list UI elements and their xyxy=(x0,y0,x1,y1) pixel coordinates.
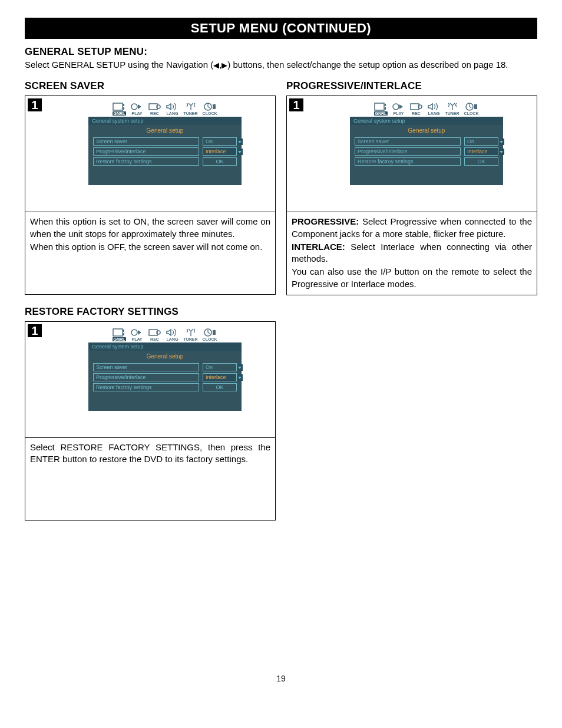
tab-play: PLAY xyxy=(391,102,405,116)
osd-label: Progressive/Interlace xyxy=(355,147,461,156)
osd-label: Screen saver xyxy=(355,137,461,146)
osd-value-dropdown: On xyxy=(203,137,237,146)
svg-rect-7 xyxy=(213,104,216,109)
page-number: 19 xyxy=(25,674,537,683)
svg-point-19 xyxy=(131,330,137,335)
tab-label: LANG xyxy=(166,337,179,341)
osd-value: OK xyxy=(203,157,237,166)
progressive-screenshot: 1 GNRL PLAY REC LANG TUNER CLOCK General… xyxy=(287,96,537,212)
osd-tabs: GNRL PLAY REC LANG TUNER CLOCK xyxy=(88,328,242,341)
svg-rect-12 xyxy=(411,104,419,110)
tab-clock: CLOCK xyxy=(202,328,218,341)
screen-saver-description: When this option is set to ON, the scree… xyxy=(25,212,275,294)
tab-gnrl: GNRL xyxy=(373,102,388,116)
osd-value-dropdown: On xyxy=(464,137,498,146)
osd-breadcrumb: General system setup xyxy=(88,117,242,125)
antenna-icon xyxy=(445,102,459,111)
speaker-icon xyxy=(165,328,179,337)
svg-rect-17 xyxy=(123,330,124,332)
step-badge: 1 xyxy=(28,98,42,111)
osd-row-screen-saver: Screen saver On xyxy=(93,137,237,146)
tab-gnrl: GNRL xyxy=(112,102,126,116)
clock-icon xyxy=(203,328,217,337)
osd-value: OK xyxy=(203,383,237,391)
nav-right-arrow-icon: ▶ xyxy=(222,60,227,71)
progressive-description: PROGRESSIVE: Select Progressive when con… xyxy=(287,212,537,295)
osd-menu: GNRL PLAY REC LANG TUNER CLOCK General s… xyxy=(88,328,242,411)
tab-clock: CLOCK xyxy=(202,102,218,116)
tv-icon xyxy=(112,102,126,111)
screen-saver-heading: SCREEN SAVER xyxy=(25,80,276,92)
tab-label: TUNER xyxy=(444,111,459,116)
osd-breadcrumb: General system setup xyxy=(350,117,503,125)
tab-lang: LANG xyxy=(165,328,179,341)
svg-rect-10 xyxy=(385,107,386,110)
osd-value-dropdown: On xyxy=(203,363,237,371)
progressive-label: PROGRESSIVE: xyxy=(292,216,359,226)
osd-label: Restore factroy settings xyxy=(93,157,199,166)
tab-label: CLOCK xyxy=(202,111,218,116)
osd-menu: GNRL PLAY REC LANG TUNER CLOCK General s… xyxy=(88,102,242,185)
osd-row-restore: Restore factroy settings OK xyxy=(93,383,237,391)
osd-label: Screen saver xyxy=(93,363,199,371)
tab-clock: CLOCK xyxy=(464,102,480,116)
tab-tuner: TUNER xyxy=(183,328,198,341)
osd-breadcrumb: General system setup xyxy=(88,342,242,351)
osd-label: Progressive/Interlace xyxy=(93,147,199,156)
rec-icon xyxy=(147,328,161,337)
tab-label: PLAY xyxy=(392,111,404,116)
nav-left-arrow-icon: ◀ xyxy=(213,60,219,71)
svg-rect-2 xyxy=(123,107,124,110)
osd-row-restore: Restore factroy settings OK xyxy=(93,157,237,166)
osd-row-screen-saver: Screen saver On xyxy=(93,363,237,371)
osd-body: General system setup General setup Scree… xyxy=(88,342,242,411)
tab-label: LANG xyxy=(428,111,441,116)
svg-rect-18 xyxy=(123,333,124,335)
progressive-panel: 1 GNRL PLAY REC LANG TUNER CLOCK General… xyxy=(286,95,537,295)
play-icon xyxy=(391,102,405,111)
svg-rect-8 xyxy=(375,103,384,110)
intro-text: Select GENERAL SETUP using the Navigatio… xyxy=(25,59,537,71)
restore-panel: 1 GNRL PLAY REC LANG TUNER CLOCK General… xyxy=(25,321,276,521)
tab-gnrl: GNRL xyxy=(112,328,126,341)
step-badge: 1 xyxy=(289,98,303,111)
screen-saver-panel: 1 GNRL PLAY REC LANG TUNER CLOCK General… xyxy=(25,95,276,295)
tab-label: TUNER xyxy=(183,111,198,116)
osd-body: General system setup General setup Scree… xyxy=(350,117,503,185)
osd-title: General setup xyxy=(88,351,242,363)
tv-icon xyxy=(373,102,388,111)
svg-point-11 xyxy=(393,104,399,110)
svg-point-3 xyxy=(131,104,137,110)
play-icon xyxy=(130,328,144,337)
restore-screenshot: 1 GNRL PLAY REC LANG TUNER CLOCK General… xyxy=(25,322,275,437)
osd-value-dropdown: Interlace xyxy=(464,147,498,156)
svg-rect-4 xyxy=(149,104,157,110)
tab-label: GNRL xyxy=(374,111,388,116)
tab-play: PLAY xyxy=(130,328,144,341)
osd-value-dropdown: Interlace xyxy=(203,147,237,156)
rec-icon xyxy=(147,102,161,111)
svg-rect-20 xyxy=(149,330,157,335)
tab-label: TUNER xyxy=(183,337,198,341)
tab-label: PLAY xyxy=(131,111,143,116)
osd-row-progressive: Progressive/Interlace Interlace xyxy=(93,373,237,381)
tab-label: GNRL xyxy=(113,337,127,341)
antenna-icon xyxy=(184,102,198,111)
osd-row-restore: Restore factroy settings OK xyxy=(355,157,498,166)
restore-description: Select RESTORE FACTORY SETTINGS, then pr… xyxy=(25,437,275,520)
osd-row-screen-saver: Screen saver On xyxy=(355,137,498,146)
svg-rect-16 xyxy=(113,329,123,336)
speaker-icon xyxy=(165,102,179,111)
osd-value: OK xyxy=(464,157,498,166)
intro-part-b: ) buttons, then select/change the setup … xyxy=(227,60,508,70)
osd-menu: GNRL PLAY REC LANG TUNER CLOCK General s… xyxy=(350,102,503,185)
progressive-heading: PROGRESSIVE/INTERLACE xyxy=(286,80,537,92)
svg-rect-15 xyxy=(474,104,477,109)
osd-row-progressive: Progressive/Interlace Interlace xyxy=(355,147,498,156)
antenna-icon xyxy=(184,328,198,337)
intro-part-a: Select GENERAL SETUP using the Navigatio… xyxy=(25,60,213,70)
tab-label: CLOCK xyxy=(464,111,480,116)
page-title-bar: SETUP MENU (CONTINUED) xyxy=(25,18,537,39)
tab-label: GNRL xyxy=(113,111,127,116)
clock-icon xyxy=(464,102,478,111)
